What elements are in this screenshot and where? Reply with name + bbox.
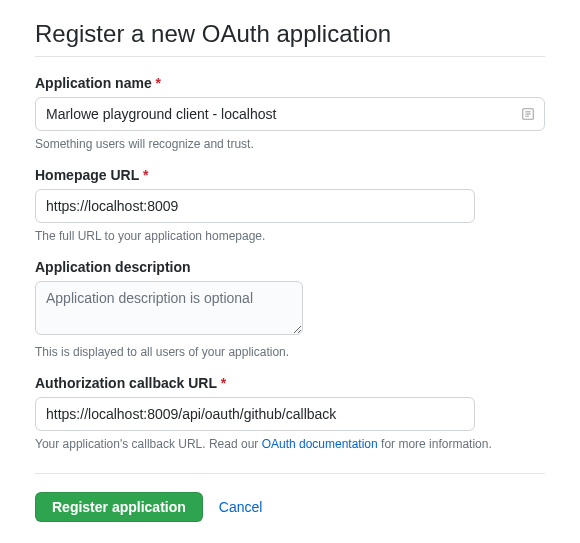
page-title: Register a new OAuth application [35,20,545,57]
callback-url-help: Your application's callback URL. Read ou… [35,437,545,451]
cancel-button[interactable]: Cancel [219,499,263,515]
autofill-icon [521,107,535,121]
field-homepage-url: Homepage URL * The full URL to your appl… [35,167,545,243]
callback-url-label: Authorization callback URL * [35,375,545,391]
callback-url-label-text: Authorization callback URL [35,375,217,391]
homepage-url-label: Homepage URL * [35,167,545,183]
homepage-url-help: The full URL to your application homepag… [35,229,545,243]
app-name-help: Something users will recognize and trust… [35,137,545,151]
callback-url-input[interactable] [35,397,475,431]
field-application-description: Application description This is displaye… [35,259,545,359]
callback-help-prefix: Your application's callback URL. Read ou… [35,437,262,451]
oauth-docs-link[interactable]: OAuth documentation [262,437,378,451]
app-name-input[interactable] [35,97,545,131]
app-name-label: Application name * [35,75,545,91]
register-application-button[interactable]: Register application [35,492,203,522]
app-desc-label: Application description [35,259,545,275]
form-actions: Register application Cancel [35,473,545,522]
app-desc-help: This is displayed to all users of your a… [35,345,545,359]
callback-help-suffix: for more information. [378,437,492,451]
required-marker: * [221,375,226,391]
homepage-url-label-text: Homepage URL [35,167,139,183]
required-marker: * [156,75,161,91]
app-desc-textarea[interactable] [35,281,303,335]
field-application-name: Application name * Something users will … [35,75,545,151]
field-callback-url: Authorization callback URL * Your applic… [35,375,545,451]
app-name-label-text: Application name [35,75,152,91]
required-marker: * [143,167,148,183]
homepage-url-input[interactable] [35,189,475,223]
